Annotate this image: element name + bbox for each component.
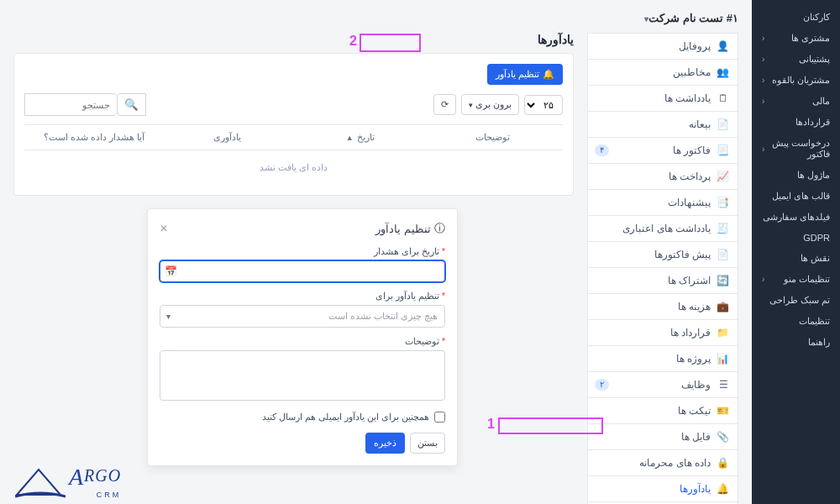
close-icon[interactable]: ✕ xyxy=(160,223,168,234)
nav-item-icon: 🗒 xyxy=(717,92,729,104)
main-nav-item[interactable]: GDPR xyxy=(752,228,840,248)
sub-nav-item[interactable]: 🎫تیکت ها xyxy=(587,398,738,424)
content-area: #۱ تست نام شرکت▾ 👤پروفایل👥مخاطبین🗒یادداش… xyxy=(0,0,752,504)
main-nav-item[interactable]: تنظیمات xyxy=(752,311,840,332)
col-desc[interactable]: توضیحات xyxy=(427,132,559,143)
table-header: توضیحات تاریخ ▲ یادآوری آیا هشدار داده ش… xyxy=(24,124,563,150)
refresh-icon: ⟳ xyxy=(441,99,449,109)
main-nav-item[interactable]: مالی‹ xyxy=(752,91,840,112)
nav-item-icon: 🎫 xyxy=(717,405,729,417)
logo-swoosh-icon xyxy=(15,465,66,498)
argo-crm-logo: ARGO CRM xyxy=(15,464,121,499)
main-nav-item[interactable]: مشتری ها‹ xyxy=(752,28,840,49)
nav-item-icon: 📊 xyxy=(717,353,729,365)
close-button[interactable]: بستن xyxy=(410,433,445,454)
modal-title: ⓘ تنظیم یادآور xyxy=(375,221,445,236)
main-nav-item[interactable]: کارکنان xyxy=(752,7,840,28)
chevron-left-icon: ‹ xyxy=(762,55,764,64)
main-nav-item[interactable]: فیلدهای سفارشی xyxy=(752,207,840,228)
sub-nav-item[interactable]: 💼هزینه ها xyxy=(587,294,738,320)
bell-icon: 🔔 xyxy=(543,69,554,80)
main-nav-item[interactable]: نقش ها xyxy=(752,248,840,269)
sub-nav-item[interactable]: 📑پیشنهادات xyxy=(587,190,738,216)
count-badge: ۴ xyxy=(595,144,609,156)
refresh-button[interactable]: ⟳ xyxy=(433,94,456,115)
sub-nav-item[interactable]: 📄بیعانه xyxy=(587,112,738,138)
nav-item-icon: 🧾 xyxy=(717,223,729,234)
sub-nav-item[interactable]: 👤پروفایل xyxy=(587,33,738,60)
nav-item-icon: 👤 xyxy=(717,40,729,52)
sub-nav-item[interactable]: 👥مخاطبین xyxy=(587,60,738,86)
sub-nav-item[interactable]: 📃فاکتور ها۴ xyxy=(587,138,738,164)
page-size-select[interactable]: ۲۵ xyxy=(524,95,563,115)
reminder-for-select[interactable]: هیچ چیزی انتخاب نشده است xyxy=(160,305,445,328)
nav-item-icon: 📑 xyxy=(717,197,729,208)
annotation-2: 2 xyxy=(349,34,357,49)
search-input[interactable] xyxy=(24,93,117,116)
main-nav-item[interactable]: تنظیمات منو‹ xyxy=(752,269,840,290)
main-nav-item[interactable]: ماژول ها xyxy=(752,165,840,186)
sub-nav-item[interactable]: 🔔یادآورها xyxy=(587,476,738,502)
sort-icon: ▲ xyxy=(346,134,354,142)
search-button[interactable]: 🔍 xyxy=(117,93,146,116)
send-email-checkbox-row[interactable]: همچنین برای این یادآور ایمیلی هم ارسال ک… xyxy=(160,412,445,423)
main-nav-item[interactable]: پشتیبانی‹ xyxy=(752,49,840,70)
customer-sub-sidebar: 👤پروفایل👥مخاطبین🗒یادداشت ها📄بیعانه📃فاکتو… xyxy=(587,33,738,504)
main-nav-item[interactable]: قالب های ایمیل xyxy=(752,186,840,207)
chevron-left-icon: ‹ xyxy=(762,34,764,43)
annotation-1: 1 xyxy=(487,417,495,432)
sub-nav-item[interactable]: 📁قرارداد ها xyxy=(587,320,738,346)
sub-nav-item[interactable]: 🔒داده های محرمانه xyxy=(587,450,738,476)
for-label: * تنظیم یادآور برای xyxy=(160,291,445,302)
breadcrumb: #۱ تست نام شرکت▾ xyxy=(13,12,738,24)
sub-nav-item[interactable]: 📄پیش فاکتورها xyxy=(587,242,738,268)
chevron-left-icon: ‹ xyxy=(762,76,764,85)
chevron-left-icon: ‹ xyxy=(762,144,764,154)
nav-item-icon: 💼 xyxy=(717,301,729,312)
nav-item-icon: 🔄 xyxy=(717,275,729,286)
set-reminder-modal: ⓘ تنظیم یادآور ✕ * تاریخ برای هشدار 📅 * … xyxy=(147,208,458,466)
reminders-card: 🔔 تنظیم یادآور ۲۵ برون بری ▾ xyxy=(13,53,574,196)
set-reminder-button[interactable]: 🔔 تنظیم یادآور xyxy=(487,64,563,85)
nav-item-icon: 📄 xyxy=(717,249,729,260)
sub-nav-item[interactable]: 🗒یادداشت ها xyxy=(587,86,738,112)
calendar-icon[interactable]: 📅 xyxy=(165,265,177,277)
sub-nav-item[interactable]: 🔄اشتراک ها xyxy=(587,268,738,294)
search-icon: 🔍 xyxy=(124,98,139,111)
desc-label: * توضیحات xyxy=(160,336,445,347)
sub-nav-item[interactable]: 📈پرداخت ها xyxy=(587,164,738,190)
help-icon[interactable]: ⓘ xyxy=(434,221,445,236)
reminder-desc-textarea[interactable] xyxy=(160,350,445,401)
nav-item-icon: 📃 xyxy=(717,144,729,156)
nav-item-icon: 🔒 xyxy=(717,457,729,469)
nav-item-icon: 📎 xyxy=(717,431,729,443)
col-remind[interactable]: یادآوری xyxy=(160,132,293,143)
nav-item-icon: 🔔 xyxy=(717,483,729,495)
col-alerted[interactable]: آیا هشدار داده شده است؟ xyxy=(28,132,160,143)
nav-item-icon: ☰ xyxy=(717,379,729,391)
nav-item-icon: 📄 xyxy=(717,118,729,130)
sub-nav-item[interactable]: ☰وظایف۲ xyxy=(587,372,738,398)
sub-nav-item[interactable]: 📊پروژه ها xyxy=(587,346,738,372)
no-data-message: داده ای یافت نشد xyxy=(24,150,563,185)
main-nav-item[interactable]: قراردادها xyxy=(752,112,840,133)
reminder-date-input[interactable] xyxy=(160,260,445,282)
send-email-checkbox[interactable] xyxy=(434,412,445,423)
sub-nav-item[interactable]: 🧾یادداشت های اعتباری xyxy=(587,216,738,242)
col-date[interactable]: تاریخ ▲ xyxy=(294,132,427,143)
chevron-left-icon: ‹ xyxy=(762,275,764,284)
main-nav-item[interactable]: درخواست پیش فاکتور‹ xyxy=(752,133,840,165)
sub-nav-item[interactable]: 📎فایل ها xyxy=(587,424,738,450)
page-title: یادآورها xyxy=(13,33,574,46)
main-nav-item[interactable]: مشتریان بالقوه‹ xyxy=(752,70,840,91)
save-button[interactable]: ذخیره xyxy=(365,433,405,454)
main-nav-item[interactable]: تم سبک طراحی xyxy=(752,290,840,311)
date-label: * تاریخ برای هشدار xyxy=(160,246,445,257)
nav-item-icon: 📁 xyxy=(717,327,729,339)
count-badge: ۲ xyxy=(595,379,609,391)
export-button[interactable]: برون بری ▾ xyxy=(461,94,519,115)
chevron-left-icon: ‹ xyxy=(762,97,764,106)
nav-item-icon: 📈 xyxy=(717,171,729,182)
main-nav-item[interactable]: راهنما xyxy=(752,332,840,353)
chevron-down-icon: ▾ xyxy=(166,312,171,321)
